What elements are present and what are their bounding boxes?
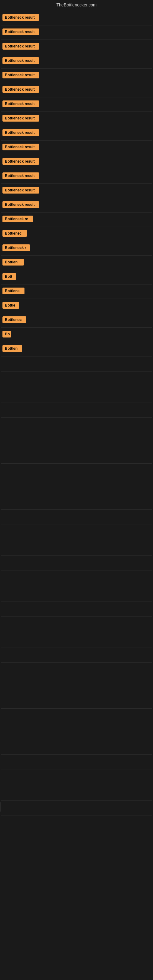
spacer-row-24 <box>1 724 152 739</box>
result-row-12: Bottleneck result <box>1 169 152 184</box>
bottleneck-badge-8[interactable]: Bottleneck result <box>2 115 39 122</box>
spacer-row-7 <box>1 464 152 479</box>
result-row-17: Bottleneck r <box>1 241 152 256</box>
result-row-14: Bottleneck result <box>1 198 152 213</box>
result-row-16: Bottlenec <box>1 227 152 241</box>
result-row-9: Bottleneck result <box>1 126 152 140</box>
result-row-5: Bottleneck result <box>1 68 152 83</box>
result-row-21: Bottle <box>1 299 152 313</box>
bottleneck-badge-1[interactable]: Bottleneck result <box>2 14 39 21</box>
spacer-row-27 <box>1 770 152 785</box>
spacer-row-15 <box>1 586 152 601</box>
bottleneck-badge-13[interactable]: Bottleneck result <box>2 187 39 194</box>
bottleneck-badge-5[interactable]: Bottleneck result <box>2 72 39 78</box>
bottleneck-badge-15[interactable]: Bottleneck re <box>2 216 33 222</box>
spacer-row-22 <box>1 694 152 709</box>
result-row-24: Bottlen <box>1 342 152 356</box>
bottleneck-badge-14[interactable]: Bottleneck result <box>2 201 39 208</box>
bottleneck-badge-17[interactable]: Bottleneck r <box>2 244 30 251</box>
spacer-row-18 <box>1 632 152 648</box>
site-header: TheBottlenecker.com <box>0 0 153 10</box>
bottleneck-badge-12[interactable]: Bottleneck result <box>2 172 39 179</box>
bottleneck-badge-2[interactable]: Bottleneck result <box>2 29 39 35</box>
spacer-row-3 <box>1 402 152 418</box>
bottleneck-badge-3[interactable]: Bottleneck result <box>2 43 39 49</box>
result-row-4: Bottleneck result <box>1 54 152 68</box>
spacer-row-8 <box>1 479 152 494</box>
result-row-20: Bottlene <box>1 285 152 299</box>
bottleneck-badge-16[interactable]: Bottlenec <box>2 230 27 237</box>
bottleneck-badge-4[interactable]: Bottleneck result <box>2 57 39 64</box>
bottleneck-badge-9[interactable]: Bottleneck result <box>2 129 39 136</box>
bottleneck-badge-22[interactable]: Bottlenec <box>2 317 26 323</box>
bottleneck-badge-20[interactable]: Bottlene <box>2 288 24 294</box>
result-row-6: Bottleneck result <box>1 83 152 97</box>
spacer-row-29 <box>1 800 152 816</box>
result-row-10: Bottleneck result <box>1 140 152 155</box>
results-container: Bottleneck resultBottleneck resultBottle… <box>0 10 153 817</box>
result-row-11: Bottleneck result <box>1 155 152 169</box>
bottleneck-badge-23[interactable]: Bo <box>2 331 11 337</box>
bottleneck-badge-21[interactable]: Bottle <box>2 302 19 309</box>
result-row-3: Bottleneck result <box>1 40 152 54</box>
cursor-indicator <box>1 802 1 811</box>
spacer-row-11 <box>1 525 152 540</box>
result-row-2: Bottleneck result <box>1 25 152 40</box>
spacer-row-9 <box>1 494 152 510</box>
spacer-row-5 <box>1 433 152 449</box>
spacer-row-13 <box>1 555 152 571</box>
bottleneck-badge-19[interactable]: Bott <box>2 273 16 280</box>
spacer-row-4 <box>1 418 152 433</box>
result-row-19: Bott <box>1 270 152 285</box>
bottleneck-badge-24[interactable]: Bottlen <box>2 345 22 352</box>
spacer-row-1 <box>1 372 152 387</box>
spacer-row-26 <box>1 755 152 770</box>
result-row-23: Bo <box>1 328 152 342</box>
spacer-row-21 <box>1 678 152 694</box>
result-row-18: Bottlen <box>1 256 152 270</box>
result-row-13: Bottleneck result <box>1 184 152 198</box>
spacer-row-10 <box>1 510 152 525</box>
result-row-1: Bottleneck result <box>1 11 152 25</box>
bottleneck-badge-11[interactable]: Bottleneck result <box>2 158 39 165</box>
spacer-row-2 <box>1 387 152 402</box>
spacer-row-19 <box>1 648 152 663</box>
spacer-row-0 <box>1 356 152 372</box>
result-row-15: Bottleneck re <box>1 213 152 227</box>
result-row-7: Bottleneck result <box>1 97 152 112</box>
result-row-22: Bottlenec <box>1 313 152 328</box>
spacer-row-6 <box>1 449 152 464</box>
spacer-row-28 <box>1 785 152 800</box>
spacer-row-17 <box>1 617 152 632</box>
spacer-row-23 <box>1 709 152 724</box>
spacer-row-14 <box>1 571 152 586</box>
result-row-8: Bottleneck result <box>1 112 152 126</box>
site-title: TheBottlenecker.com <box>56 2 97 7</box>
bottleneck-badge-10[interactable]: Bottleneck result <box>2 144 39 150</box>
spacer-row-25 <box>1 739 152 755</box>
spacer-row-12 <box>1 540 152 555</box>
bottleneck-badge-18[interactable]: Bottlen <box>2 259 24 266</box>
bottleneck-badge-7[interactable]: Bottleneck result <box>2 100 39 107</box>
spacer-row-20 <box>1 663 152 678</box>
spacer-row-16 <box>1 601 152 617</box>
bottleneck-badge-6[interactable]: Bottleneck result <box>2 86 39 93</box>
